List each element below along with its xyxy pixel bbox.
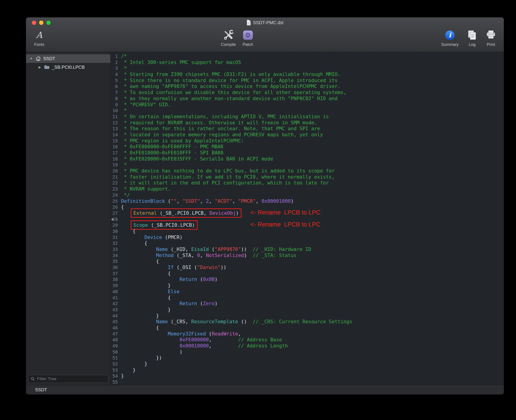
window-title-text: SSDT-PMC.dsl [253,20,283,25]
code-token: * To avoid confusion we disable this dev… [121,90,346,95]
code-token: * [121,162,127,167]
code-token: ( [209,246,215,252]
fonts-button[interactable]: A Fonts [34,29,44,47]
code-editor[interactable]: 1/*2 * Intel 300-series PMC support for … [111,52,504,385]
disclosure-closed-icon[interactable]: ▶ [38,65,42,69]
code-line[interactable]: 33 Name (_HID, EisaId ("APP9876")) // _H… [111,246,504,253]
code-line[interactable]: 17 * 0xFE010000~0xFE010FFF - SPI BAR0 [111,150,504,156]
compile-label: Compile [221,42,236,47]
log-label: Log [469,42,476,47]
code-token [121,337,180,343]
code-line[interactable]: 30 { [111,228,504,234]
fonts-label: Fonts [34,42,44,47]
code-line[interactable]: 55 [111,379,504,385]
code-line[interactable]: 53 } [111,367,504,373]
code-line[interactable]: 3 * [111,65,504,71]
gear-icon: ⚙ [245,32,251,38]
code-token: Name [156,246,168,252]
code-line[interactable]: 4 * Starting from Z390 chipsets PMC (D31… [111,71,504,77]
code-line[interactable]: 35 { [111,258,504,264]
filter-tree-input[interactable] [37,376,106,382]
summary-button[interactable]: i Summary [441,29,459,47]
code-line[interactable]: 51 }) [111,355,504,361]
line-number: 39 [111,283,121,289]
code-token: ResourceTemplate [191,319,238,324]
code-line[interactable]: 29 Scope (_SB.PCI0.LPCB)<- Rename LPCB t… [111,222,504,228]
line-number: 50 [111,349,121,355]
code-line[interactable]: 44 } [111,313,504,319]
code-line[interactable]: 52 } [111,361,504,367]
log-button[interactable]: Log [467,29,477,47]
code-line[interactable]: 45 Name (_CRS, ResourceTemplate () // _C… [111,319,504,325]
compile-button[interactable]: Compile [221,29,236,47]
patch-button[interactable]: ⚙ Patch [243,29,253,47]
code-line[interactable]: 11 * On certain implementations, includi… [111,114,504,120]
close-button[interactable] [32,21,36,25]
code-line[interactable]: 41 { [111,295,504,301]
filter-tree-field[interactable] [28,375,108,383]
code-line[interactable]: 34 Method (_STA, 0, NotSerialized) // _S… [111,253,504,259]
code-line[interactable]: 43 } [111,307,504,313]
code-token: * The reason for this is rather unclear.… [121,126,320,131]
code-line[interactable]: 47 Memory32Fixed (ReadWrite, [111,331,504,337]
code-line[interactable]: 13 * The reason for this is rather uncle… [111,126,504,132]
code-line[interactable]: 37 { [111,270,504,277]
code-line[interactable]: 2 * Intel 300-series PMC support for mac… [111,60,504,66]
zoom-button[interactable] [46,21,51,25]
code-line[interactable]: 38 Return (0x0B) [111,277,504,283]
code-line[interactable]: 22 * it will start in the end of PCI con… [111,180,504,186]
code-line[interactable]: 23 * NVRAM support. [111,186,504,192]
code-line[interactable]: 18 * 0xFE020000~0xFE035FFF - SerialIo BA… [111,156,504,162]
code-line[interactable]: 6 * own naming "APP9876" to access this … [111,83,504,90]
sidebar-item-ssdt[interactable]: ▼ SSDT [26,54,110,63]
code-line[interactable]: 12 * required for NVRAM access. Otherwis… [111,120,504,126]
line-number: 45 [111,319,121,325]
code-token: EisaId [191,246,209,252]
code-line[interactable]: 20 * PMC device has nothing to do to LPC… [111,168,504,174]
code-line[interactable]: 25DefinitionBlock ("", "SSDT", 2, "ACDT"… [111,198,504,204]
disclosure-open-icon[interactable]: ▼ [29,57,33,60]
code-line[interactable]: 31 Device (PMCR) [111,234,504,240]
code-line[interactable]: 54} [111,373,504,379]
code-line[interactable]: 46 { [111,325,504,331]
line-number: 30 [111,228,121,234]
code-line[interactable]: 10 * [111,108,504,114]
house-icon [35,56,41,61]
code-token: , [177,198,182,204]
code-token: * Starting from Z390 chipsets PMC (D31:F… [121,71,341,77]
line-number: 44 [111,313,121,319]
titlebar[interactable]: SSDT-PMC.dsl [26,17,504,28]
code-text: { [121,295,504,301]
code-line[interactable]: 40 Else [111,289,504,295]
code-line[interactable]: 16 * 0xFE000000~0xFE00FFFF - PMC MBAR [111,144,504,150]
code-line[interactable]: 21 * faster initialisation. If we add it… [111,174,504,180]
code-line[interactable]: 24 */ [111,192,504,198]
code-line[interactable]: 15 * PMC region is used by AppleIntelPCH… [111,138,504,144]
code-line[interactable]: 39 } [111,283,504,289]
code-line[interactable]: 1/* [111,53,504,60]
code-line[interactable]: 32 { [111,240,504,246]
code-text: * The reason for this is rather unclear.… [121,126,504,132]
log-pages-icon [467,29,477,41]
code-token: "SSDT" [182,198,200,204]
code-line[interactable]: 5 * Since there is no standard device fo… [111,77,504,84]
print-button[interactable]: Print [486,29,496,47]
code-line[interactable]: 42 Return (Zero) [111,301,504,307]
code-line[interactable]: 50 ) [111,349,504,355]
code-text: Scope (_SB.PCI0.LPCB)<- Rename LPCB to L… [121,222,504,228]
code-token: { [121,295,171,300]
sidebar-item-sb-pci0-lpcb[interactable]: ▶ _SB.PCI0.LPCB [26,63,110,71]
code-line[interactable]: 19 * [111,162,504,168]
code-line[interactable]: 27 External (_SB_.PCI0.LPCB, DeviceObj)<… [111,210,504,216]
code-line[interactable]: 49 0x00010000, // Address Length [111,343,504,349]
code-line[interactable]: 7 * To avoid confusion we disable this d… [111,90,504,96]
line-number: 40 [111,289,121,295]
code-line[interactable]: 8 * as they normally use another non-sta… [111,96,504,102]
code-line[interactable]: 14 * located in separate memory regions … [111,132,504,138]
code-line[interactable]: 9 * "PCHRESV" UID. [111,102,504,108]
minimize-button[interactable] [39,21,43,25]
code-text: { [121,258,504,264]
code-line[interactable]: 48 0xFE000000, // Address Base [111,337,504,343]
line-number: 32 [111,240,121,246]
code-line[interactable]: 36 If (_OSI ("Darwin")) [111,264,504,270]
